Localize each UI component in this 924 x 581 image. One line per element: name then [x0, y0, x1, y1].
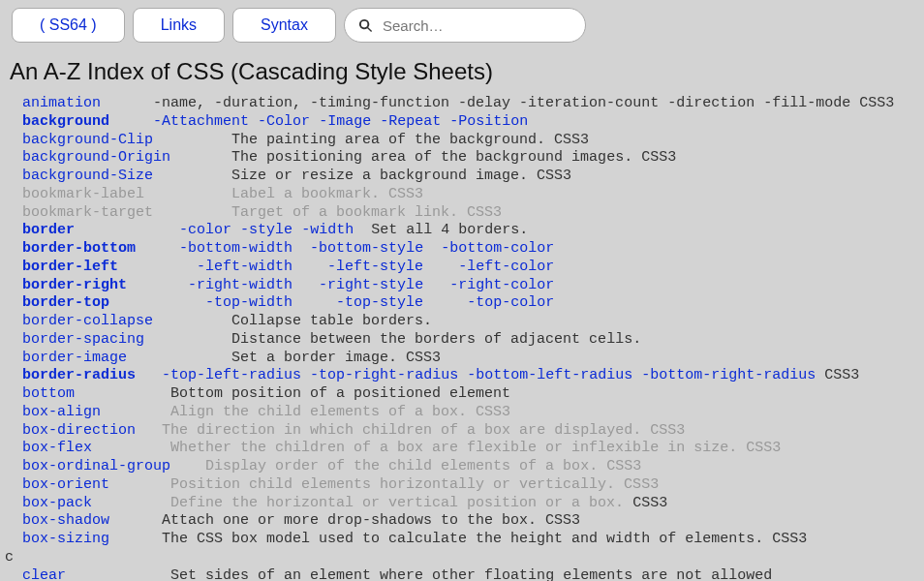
- desc-text: Bottom position of a positioned element: [170, 385, 510, 402]
- desc-text: [632, 367, 641, 383]
- desc-text: Define the horizontal or vertical positi…: [170, 495, 624, 511]
- sub-link[interactable]: -top-color: [467, 294, 554, 311]
- sub-link[interactable]: -right-color: [449, 277, 554, 293]
- sub-link[interactable]: -Repeat: [380, 113, 441, 130]
- sub-link[interactable]: -style: [240, 222, 293, 238]
- prop-link[interactable]: background-Size: [22, 168, 153, 184]
- sub-link[interactable]: -right-style: [319, 277, 423, 293]
- index-row: bookmark-target Target of a bookmark lin…: [5, 204, 502, 221]
- desc-text: CSS3: [816, 367, 859, 383]
- sub-link[interactable]: -color: [179, 222, 231, 238]
- sub-link[interactable]: -top-width: [205, 294, 293, 311]
- desc-text: Align the child elements of a box. CSS3: [170, 404, 510, 420]
- desc-text: [423, 294, 467, 311]
- index-row: bottom Bottom position of a positioned e…: [5, 385, 510, 402]
- prop-link[interactable]: box-ordinal-group: [22, 458, 170, 474]
- prop-link[interactable]: border-bottom: [22, 240, 136, 257]
- prop-link[interactable]: box-flex: [22, 440, 92, 456]
- desc-text: Display order of the child elements of a…: [205, 458, 641, 474]
- sub-link[interactable]: -Attachment: [153, 113, 249, 130]
- desc-text: [458, 367, 467, 383]
- prop-link[interactable]: background-Origin: [22, 149, 170, 166]
- index-row: border-image Set a border image. CSS3: [5, 350, 441, 366]
- prop-link[interactable]: border-image: [22, 350, 127, 366]
- sub-link[interactable]: -bottom-style: [310, 240, 423, 257]
- desc-text: Collapse table borders.: [231, 313, 432, 329]
- prop-link[interactable]: border-radius: [22, 367, 136, 383]
- index-row: box-shadow Attach one or more drop-shado…: [5, 512, 580, 529]
- desc-text: -name, -duration, -timing-function -dela…: [153, 95, 894, 111]
- desc-text: [293, 277, 319, 293]
- index-row: box-align Align the child elements of a …: [5, 404, 510, 420]
- desc-text: [293, 259, 327, 275]
- index-row: background -Attachment -Color -Image -Re…: [5, 113, 528, 130]
- sub-link[interactable]: -bottom-width: [179, 240, 293, 257]
- desc-text: Distance between the borders of adjacent…: [231, 331, 641, 348]
- index-row: box-ordinal-group Display order of the c…: [5, 458, 641, 474]
- search-box[interactable]: [344, 8, 586, 43]
- index-row: box-sizing The CSS box model used to cal…: [5, 531, 807, 547]
- desc-text: [310, 113, 319, 130]
- index-row: border-radius -top-left-radius -top-righ…: [5, 367, 859, 383]
- sub-link[interactable]: -width: [301, 222, 354, 238]
- index-row: background-Origin The positioning area o…: [5, 149, 676, 166]
- index-row: border-collapse Collapse table borders.: [5, 313, 432, 329]
- desc-text: Attach one or more drop-shadows to the b…: [162, 512, 580, 529]
- prop-link[interactable]: border-left: [22, 259, 118, 275]
- syntax-button[interactable]: Syntax: [232, 8, 336, 43]
- prop-link[interactable]: background-Clip: [22, 132, 153, 148]
- prop-link[interactable]: border-collapse: [22, 313, 153, 329]
- prop-link[interactable]: box-align: [22, 404, 101, 420]
- desc-text: [441, 113, 449, 130]
- prop-link[interactable]: box-sizing: [22, 531, 109, 547]
- sub-link[interactable]: -bottom-color: [441, 240, 554, 257]
- desc-text: [423, 277, 449, 293]
- index-row: border-right -right-width -right-style -…: [5, 277, 554, 293]
- sub-link[interactable]: -bottom-left-radius: [467, 367, 632, 383]
- prop-link[interactable]: border-spacing: [22, 331, 144, 348]
- desc-text: Size or resize a background image. CSS3: [231, 168, 571, 184]
- prop-link: c: [5, 549, 14, 566]
- desc-text: The direction in which children of a box…: [162, 422, 685, 439]
- sub-link[interactable]: -top-style: [336, 294, 423, 311]
- index-row: box-pack Define the horizontal or vertic…: [5, 495, 667, 511]
- sub-link[interactable]: -Image: [319, 113, 371, 130]
- prop-link[interactable]: animation: [22, 95, 101, 111]
- sub-link[interactable]: -top-left-radius: [162, 367, 301, 383]
- prop-link[interactable]: box-orient: [22, 476, 109, 493]
- prop-link[interactable]: border: [22, 222, 75, 238]
- sub-link[interactable]: -left-color: [458, 259, 554, 275]
- index-row: border-left -left-width -left-style -lef…: [5, 259, 554, 275]
- desc-text: [301, 367, 310, 383]
- prop-link[interactable]: border-right: [22, 277, 127, 293]
- prop-link[interactable]: box-direction: [22, 422, 136, 439]
- index-row: c: [5, 549, 14, 566]
- sub-link[interactable]: -left-style: [327, 259, 423, 275]
- prop-link[interactable]: bottom: [22, 385, 75, 402]
- desc-text: The painting area of the background. CSS…: [231, 132, 589, 148]
- index-row: box-direction The direction in which chi…: [5, 422, 685, 439]
- prop-link[interactable]: clear: [22, 567, 66, 582]
- search-input[interactable]: [381, 16, 571, 35]
- sub-link[interactable]: -left-width: [197, 259, 293, 275]
- prop-link[interactable]: border-top: [22, 294, 109, 311]
- prop-link: bookmark-target: [22, 204, 153, 221]
- desc-text: CSS3: [624, 495, 667, 511]
- prop-link[interactable]: box-pack: [22, 495, 92, 511]
- sub-link[interactable]: -bottom-right-radius: [641, 367, 816, 383]
- index-row: box-orient Position child elements horiz…: [5, 476, 659, 493]
- desc-text: The CSS box model used to calculate the …: [162, 531, 807, 547]
- sub-link[interactable]: -Color: [258, 113, 310, 130]
- search-icon: [358, 18, 373, 33]
- sub-link[interactable]: -Position: [449, 113, 528, 130]
- index-row: background-Size Size or resize a backgro…: [5, 168, 571, 184]
- desc-text: Set sides of an element where other floa…: [170, 567, 772, 582]
- sub-link[interactable]: -right-width: [188, 277, 293, 293]
- links-button[interactable]: Links: [133, 8, 225, 43]
- prop-link[interactable]: box-shadow: [22, 512, 109, 529]
- prop-link[interactable]: background: [22, 113, 109, 130]
- home-button[interactable]: ( SS64 ): [12, 8, 125, 43]
- desc-text: Set all 4 borders.: [354, 222, 528, 238]
- desc-text: [231, 222, 240, 238]
- sub-link[interactable]: -top-right-radius: [310, 367, 458, 383]
